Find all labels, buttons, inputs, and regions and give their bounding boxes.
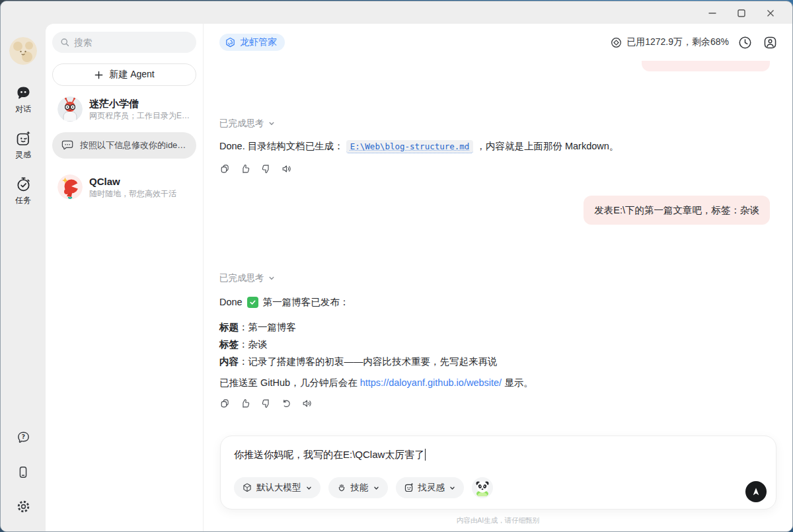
nav-label-chat: 对话 bbox=[15, 104, 31, 115]
website-link[interactable]: https://daloyanf.github.io/website/ bbox=[360, 377, 502, 388]
agent-avatar-qclaw bbox=[57, 174, 83, 200]
thumbs-down-icon bbox=[260, 163, 272, 174]
content-panel: 新建 Agent bbox=[46, 24, 792, 531]
panda-sticker-button[interactable] bbox=[472, 477, 493, 498]
help-icon: ? bbox=[16, 430, 31, 445]
thumbs-down-icon bbox=[260, 398, 272, 409]
nav-item-inspiration[interactable]: 灵感 bbox=[15, 130, 32, 161]
message-text: Done. 目录结构文档已生成： bbox=[219, 141, 344, 151]
thumbs-up-button[interactable] bbox=[240, 398, 251, 409]
copy-button[interactable] bbox=[219, 398, 231, 409]
thinking-toggle[interactable]: 已完成思考 bbox=[219, 118, 770, 130]
field-label: 内容 bbox=[219, 356, 239, 367]
plus-icon bbox=[94, 70, 104, 80]
nav-label-tasks: 任务 bbox=[15, 195, 31, 206]
nav-item-chat[interactable]: 对话 bbox=[15, 85, 32, 115]
push-status-line: 已推送至 GitHub，几分钟后会在 https://daloyanf.gith… bbox=[219, 375, 770, 390]
field-value: 记录了搭建博客的初衷——内容比技术重要，先写起来再说 bbox=[248, 356, 498, 367]
window-controls bbox=[702, 5, 780, 21]
agent-item-qclaw[interactable]: QClaw 随时随地，帮您高效干活 bbox=[52, 169, 196, 205]
agent-avatar-mimang bbox=[57, 96, 83, 122]
chevron-down-icon bbox=[305, 484, 313, 492]
help-button[interactable]: ? bbox=[16, 430, 31, 448]
svg-text:?: ? bbox=[21, 434, 24, 440]
thinking-toggle[interactable]: 已完成思考 bbox=[219, 272, 770, 284]
user-message-bubble: 发表E:\下的第一篇文章吧，标签：杂谈 bbox=[584, 196, 770, 225]
agent-description: 网页程序员；工作目录为E:… bbox=[89, 110, 191, 122]
message-text: ，内容就是上面那份 Markdown。 bbox=[476, 141, 619, 151]
composer-input[interactable]: 你推送你妈呢，我写的在E:\QClaw太厉害了 bbox=[234, 448, 764, 461]
maximize-icon bbox=[736, 8, 747, 19]
agent-badge-icon bbox=[225, 37, 236, 48]
profile-button[interactable] bbox=[761, 33, 779, 52]
message-composer[interactable]: 你推送你妈呢，我写的在E:\QClaw太厉害了 默认大模型 bbox=[220, 436, 776, 510]
speaker-icon bbox=[301, 398, 313, 409]
history-button[interactable] bbox=[736, 33, 754, 52]
nav-label-inspiration: 灵感 bbox=[15, 149, 31, 161]
new-agent-label: 新建 Agent bbox=[109, 69, 154, 81]
agent-item-mimang[interactable]: 迷茫小学僧 网页程序员；工作目录为E:… bbox=[52, 91, 196, 127]
mobile-button[interactable] bbox=[16, 465, 30, 482]
read-aloud-button[interactable] bbox=[301, 398, 313, 409]
model-selector-label: 默认大模型 bbox=[256, 482, 301, 494]
field-separator: ： bbox=[239, 322, 248, 332]
assistant-message-1: Done. 目录结构文档已生成： E:\Web\blog-structure.m… bbox=[219, 139, 770, 154]
skills-selector[interactable]: 技能 bbox=[328, 477, 388, 498]
inspiration-icon bbox=[404, 482, 414, 493]
composer-toolbar: 默认大模型 技能 bbox=[234, 477, 764, 498]
check-mark-emoji bbox=[247, 297, 258, 308]
chat-topbar: 龙虾管家 已用1272.9万，剩余68% bbox=[204, 24, 792, 61]
close-button[interactable] bbox=[761, 5, 780, 21]
agent-description: 随时随地，帮您高效干活 bbox=[89, 188, 176, 200]
main-area: 龙虾管家 已用1272.9万，剩余68% bbox=[204, 24, 792, 531]
search-box[interactable] bbox=[52, 32, 196, 53]
chevron-down-icon bbox=[268, 120, 276, 128]
regenerate-button[interactable] bbox=[281, 398, 292, 409]
sidebar: 新建 Agent bbox=[46, 24, 204, 531]
thinking-label: 已完成思考 bbox=[219, 272, 264, 284]
minimize-button[interactable] bbox=[702, 5, 722, 21]
mobile-device-icon bbox=[16, 465, 30, 480]
settings-button[interactable] bbox=[16, 499, 31, 517]
nav-item-tasks[interactable]: 任务 bbox=[15, 176, 32, 206]
send-button[interactable] bbox=[745, 481, 767, 502]
assistant-message-2-headline: Done 第一篇博客已发布： bbox=[219, 295, 770, 309]
clock-icon bbox=[737, 35, 753, 50]
chat-bubble-icon bbox=[15, 85, 32, 102]
conversation-item-selected[interactable]: 按照以下信息修改你的iden… bbox=[52, 132, 196, 159]
conversation-title: 按照以下信息修改你的iden… bbox=[80, 139, 188, 151]
thumbs-up-icon bbox=[240, 398, 251, 409]
field-content: 内容：记录了搭建博客的初衷——内容比技术重要，先写起来再说 bbox=[219, 353, 770, 370]
field-separator: ： bbox=[239, 339, 248, 350]
text-cursor bbox=[425, 449, 426, 461]
maximize-button[interactable] bbox=[732, 5, 751, 21]
minimize-icon bbox=[707, 8, 718, 19]
inspiration-selector[interactable]: 找灵感 bbox=[396, 477, 465, 498]
new-agent-button[interactable]: 新建 Agent bbox=[52, 63, 196, 86]
thumbs-down-button[interactable] bbox=[260, 163, 272, 174]
usage-text: 已用1272.9万，剩余68% bbox=[626, 36, 729, 48]
agent-name: 迷茫小学僧 bbox=[89, 97, 191, 110]
app-window: 对话 灵感 任务 bbox=[0, 1, 793, 532]
active-agent-name: 龙虾管家 bbox=[240, 36, 277, 48]
thumbs-down-button[interactable] bbox=[260, 398, 272, 409]
model-selector[interactable]: 默认大模型 bbox=[234, 477, 321, 498]
read-aloud-button[interactable] bbox=[281, 163, 292, 174]
active-agent-badge[interactable]: 龙虾管家 bbox=[219, 34, 285, 51]
thinking-label: 已完成思考 bbox=[219, 118, 264, 130]
search-input[interactable] bbox=[74, 38, 188, 48]
rail-bottom: ? bbox=[16, 430, 31, 531]
usage-stats[interactable]: 已用1272.9万，剩余68% bbox=[610, 36, 729, 49]
copy-button[interactable] bbox=[219, 163, 231, 174]
thumbs-up-button[interactable] bbox=[240, 163, 251, 174]
user-avatar[interactable] bbox=[9, 37, 37, 65]
agent-name: QClaw bbox=[89, 175, 176, 188]
retry-icon bbox=[281, 398, 292, 409]
agent-meta: QClaw 随时随地，帮您高效干活 bbox=[89, 175, 176, 200]
field-label: 标签 bbox=[219, 339, 239, 350]
thumbs-up-icon bbox=[240, 163, 251, 174]
chevron-down-icon bbox=[268, 274, 276, 282]
inspiration-icon bbox=[15, 130, 32, 147]
file-path-code-chip[interactable]: E:\Web\blog-structure.md bbox=[346, 140, 474, 153]
left-rail: 对话 灵感 任务 bbox=[1, 1, 46, 531]
